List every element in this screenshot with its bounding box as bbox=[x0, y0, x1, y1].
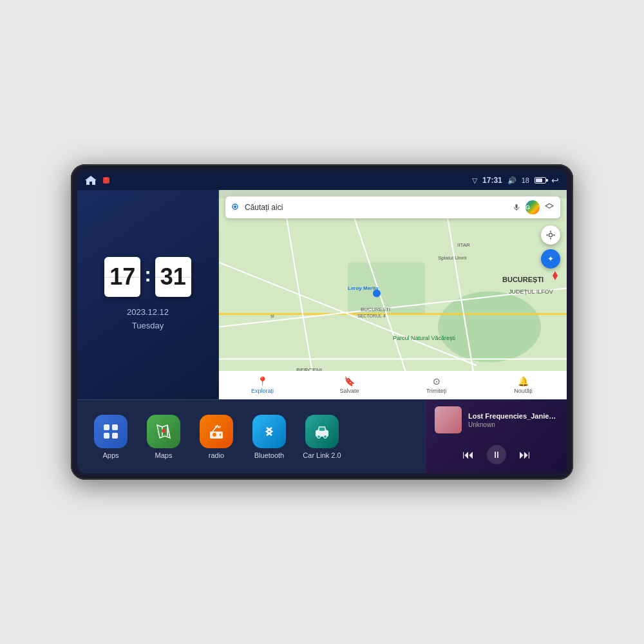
map-svg: BUCUREȘTI JUDEȚUL ILFOV UZANA TRAPEZULUI… bbox=[219, 190, 567, 399]
explore-icon: 📍 bbox=[257, 376, 268, 386]
maps-label: Maps bbox=[155, 451, 173, 459]
music-controls: ⏮ ⏸ ⏭ bbox=[435, 445, 558, 467]
map-widget[interactable]: BUCUREȘTI JUDEȚUL ILFOV UZANA TRAPEZULUI… bbox=[219, 190, 567, 399]
map-nav-send-label: Trimiteți bbox=[426, 388, 447, 394]
screen: 📍 ▽ 17:31 🔊 18 ↩ 17 : bbox=[77, 171, 567, 473]
svg-marker-31 bbox=[545, 204, 553, 208]
saved-icon: 🔖 bbox=[344, 376, 355, 386]
volume-icon: 🔊 bbox=[507, 176, 516, 185]
bluetooth-symbol-icon bbox=[260, 422, 278, 440]
bluetooth-label: Bluetooth bbox=[254, 451, 284, 459]
music-artist: Unknown bbox=[468, 421, 558, 428]
svg-rect-47 bbox=[220, 433, 221, 436]
mic-icon[interactable] bbox=[513, 204, 520, 211]
send-icon: ⊙ bbox=[433, 376, 440, 386]
bluetooth-icon-bg bbox=[252, 415, 286, 448]
maps-icon-bg bbox=[147, 415, 180, 448]
google-account-icon[interactable]: G bbox=[526, 200, 540, 214]
status-left: 📍 bbox=[85, 176, 111, 185]
carlink-car-icon bbox=[313, 422, 331, 440]
bottom-row: Apps Maps bbox=[77, 399, 567, 473]
svg-rect-38 bbox=[112, 424, 118, 430]
battery-icon bbox=[535, 177, 546, 184]
svg-text:JUDEȚUL ILFOV: JUDEȚUL ILFOV bbox=[509, 289, 553, 295]
app-icon-bluetooth[interactable]: Bluetooth bbox=[246, 415, 292, 459]
maps-map-icon bbox=[155, 422, 173, 440]
next-button[interactable]: ⏭ bbox=[519, 448, 531, 462]
map-search-bar[interactable]: Căutați aici G bbox=[225, 196, 560, 218]
svg-point-32 bbox=[549, 233, 552, 236]
map-nav-saved[interactable]: 🔖 Salvate bbox=[306, 376, 393, 394]
apps-label: Apps bbox=[102, 451, 118, 459]
music-top: Lost Frequencies_Janieck Devy-... Unknow… bbox=[435, 406, 558, 433]
svg-text:BUCUREȘTI: BUCUREȘTI bbox=[502, 276, 544, 283]
flip-clock: 17 : 31 bbox=[104, 257, 191, 297]
svg-point-44 bbox=[162, 429, 166, 433]
clock-colon: : bbox=[144, 263, 151, 287]
svg-rect-29 bbox=[516, 204, 518, 208]
music-player: Lost Frequencies_Janieck Devy-... Unknow… bbox=[425, 400, 567, 473]
map-pin-icon[interactable]: 📍 bbox=[102, 176, 111, 185]
compass-icon: ✦ bbox=[547, 254, 554, 263]
svg-rect-39 bbox=[104, 433, 109, 439]
location-icon bbox=[545, 230, 556, 240]
svg-rect-54 bbox=[319, 428, 325, 431]
svg-text:și: și bbox=[270, 313, 274, 319]
battery-level: 18 bbox=[522, 176, 529, 184]
svg-point-4 bbox=[438, 292, 541, 363]
compass-button[interactable]: ✦ bbox=[541, 249, 560, 269]
car-head-unit: 📍 ▽ 17:31 🔊 18 ↩ 17 : bbox=[71, 164, 573, 480]
top-row: 17 : 31 2023.12.12 Tuesday bbox=[77, 190, 567, 399]
prev-button[interactable]: ⏮ bbox=[462, 448, 474, 462]
svg-text:Splaiul Unirii: Splaiul Unirii bbox=[438, 255, 467, 261]
svg-text:📍: 📍 bbox=[103, 177, 109, 184]
svg-text:FM: FM bbox=[215, 425, 221, 429]
map-nav-explore-label: Explorați bbox=[251, 388, 274, 394]
main-content: 17 : 31 2023.12.12 Tuesday bbox=[77, 190, 567, 473]
clock-date: 2023.12.12 Tuesday bbox=[127, 306, 169, 333]
app-icon-maps[interactable]: Maps bbox=[140, 415, 187, 459]
map-nav-saved-label: Salvate bbox=[339, 388, 359, 394]
svg-point-52 bbox=[317, 435, 321, 438]
radio-label: radio bbox=[209, 451, 224, 459]
clock-widget: 17 : 31 2023.12.12 Tuesday bbox=[77, 190, 219, 399]
app-icon-carlink[interactable]: Car Link 2.0 bbox=[299, 415, 345, 459]
map-nav-news-label: Noutăți bbox=[514, 388, 533, 394]
svg-point-46 bbox=[213, 433, 216, 437]
music-thumbnail bbox=[435, 406, 462, 433]
svg-rect-40 bbox=[112, 433, 118, 439]
music-info: Lost Frequencies_Janieck Devy-... Unknow… bbox=[468, 412, 558, 428]
apps-grid-icon bbox=[102, 422, 120, 440]
status-bar: 📍 ▽ 17:31 🔊 18 ↩ bbox=[77, 171, 567, 190]
svg-text:Leroy Merlin: Leroy Merlin bbox=[348, 285, 379, 291]
svg-rect-37 bbox=[104, 424, 109, 430]
radio-antenna-icon: FM bbox=[207, 422, 225, 440]
clock-hours: 17 bbox=[104, 257, 140, 297]
carlink-icon-bg bbox=[305, 415, 339, 448]
apps-icon-bg bbox=[94, 415, 128, 448]
svg-marker-0 bbox=[85, 176, 97, 185]
map-logo-icon bbox=[232, 204, 240, 211]
map-nav-explore[interactable]: 📍 Explorați bbox=[219, 376, 306, 394]
svg-text:Parcul Natural Văcărești: Parcul Natural Văcărești bbox=[393, 335, 455, 341]
back-icon[interactable]: ↩ bbox=[551, 175, 559, 185]
signal-icon: ▽ bbox=[472, 176, 477, 185]
radio-icon-bg: FM bbox=[200, 415, 233, 448]
music-title: Lost Frequencies_Janieck Devy-... bbox=[468, 412, 558, 420]
map-nav-send[interactable]: ⊙ Trimiteți bbox=[393, 376, 480, 394]
carlink-label: Car Link 2.0 bbox=[303, 451, 341, 459]
app-icon-radio[interactable]: FM radio bbox=[193, 415, 240, 459]
app-icon-apps[interactable]: Apps bbox=[88, 415, 134, 459]
home-icon[interactable] bbox=[85, 176, 97, 185]
map-nav-news[interactable]: 🔔 Noutăți bbox=[480, 376, 567, 394]
svg-text:IITAR: IITAR bbox=[457, 242, 470, 248]
map-search-text: Căutați aici bbox=[245, 203, 507, 212]
play-pause-button[interactable]: ⏸ bbox=[487, 445, 506, 464]
location-button[interactable] bbox=[541, 225, 560, 245]
map-bottom-nav: 📍 Explorați 🔖 Salvate ⊙ Trimiteți 🔔 bbox=[219, 371, 567, 399]
layers-icon[interactable] bbox=[545, 203, 554, 212]
svg-text:BUCUREȘTI: BUCUREȘTI bbox=[361, 307, 390, 312]
apps-section: Apps Maps bbox=[77, 400, 425, 473]
status-right: ▽ 17:31 🔊 18 ↩ bbox=[472, 175, 559, 185]
clock-minutes: 31 bbox=[155, 257, 191, 297]
